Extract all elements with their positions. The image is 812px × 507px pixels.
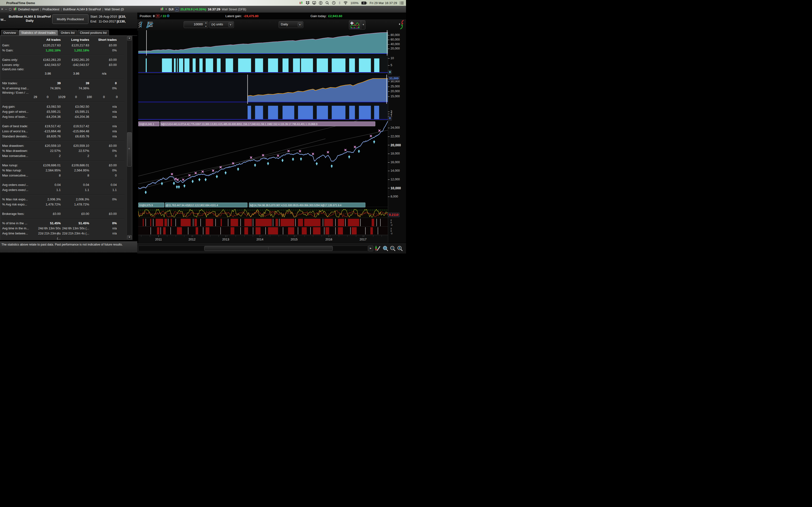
cell-value: 22.57%: [34, 148, 61, 153]
maximize-window-icon[interactable]: ▢: [9, 7, 12, 11]
time-machine-icon[interactable]: [332, 1, 336, 5]
chart-scrollbar-track[interactable]: ⋮: [138, 245, 368, 251]
candle-edit-icon[interactable]: [374, 245, 381, 252]
spotlight-icon[interactable]: [325, 1, 329, 5]
indicator-settings-icon[interactable]: [146, 21, 154, 29]
app-name[interactable]: ProRealTime Demo: [6, 1, 35, 5]
truncated-window-label: W...: [0, 18, 6, 21]
stats-scrollbar[interactable]: ▲ ▼: [126, 36, 132, 240]
quantity-value[interactable]: 10000: [194, 22, 203, 26]
table-row: Gain of best trade:£19,517.42£19,517.42n…: [0, 124, 127, 129]
row-label: Max drawdown:: [0, 143, 34, 148]
time-axis[interactable]: 2011201220132014201520162017: [138, 235, 388, 243]
minor-tick: [278, 235, 279, 237]
row-label: Nbr trades:: [0, 80, 34, 86]
close-window-icon[interactable]: ✕: [1, 7, 3, 11]
position-size-panel[interactable]: [138, 56, 388, 74]
row-label: Max consecutive...: [0, 153, 34, 158]
cell-value: £6,635.76: [61, 134, 89, 139]
display-sync-icon[interactable]: [312, 1, 316, 5]
stepper-up-icon[interactable]: ▲: [205, 22, 207, 24]
tab-orders-list[interactable]: Orders list: [58, 30, 77, 36]
info-icon[interactable]: i: [175, 7, 179, 11]
zoom-in-icon[interactable]: [397, 245, 403, 252]
scrollbar-thumb[interactable]: [127, 132, 132, 167]
tab-overview[interactable]: Overview: [1, 30, 18, 36]
minimize-window-icon[interactable]: ─: [5, 7, 7, 11]
position-bar: Position: 0 ✕ / 33 ⚙ Latent gain: -£9,47…: [137, 12, 406, 19]
table-row: Avg gain of winni...£5,595.21£5,595.21n/…: [0, 109, 127, 114]
drawing-tools-icon[interactable]: [138, 21, 145, 29]
equity-curve-panel[interactable]: [138, 30, 388, 56]
order-arrows-icon[interactable]: [398, 20, 405, 30]
long-short-strip-a[interactable]: [138, 219, 388, 227]
oscillator-panel[interactable]: [138, 209, 388, 218]
wifi-icon[interactable]: [343, 1, 348, 5]
year-label: 2017: [360, 237, 367, 241]
position-size-panel-2[interactable]: [138, 104, 388, 121]
strip-tick-label: -2: [391, 232, 393, 235]
candlestick-icon[interactable]: [299, 1, 303, 5]
trade-label-box[interactable]: 10@10,341.1: [138, 121, 159, 126]
count-value: 10: [87, 95, 90, 100]
menu-clock[interactable]: Fri 29 Mar 16:37:29: [370, 1, 397, 5]
counts-group: 29010: [62, 95, 90, 100]
tab-statistics-closed-trades[interactable]: Statistics of closed trades: [19, 30, 58, 36]
cell-value: n/a: [89, 109, 117, 114]
capital-value-highlight: 33,000: [388, 76, 400, 80]
table-row: Avg orders exec/...1.11.11.1: [0, 187, 127, 192]
window-tab-probacktest[interactable]: ProBacktest: [43, 7, 59, 11]
close-position-icon[interactable]: ✕: [156, 14, 160, 18]
cell-value: 2,564.95%: [34, 168, 61, 173]
count-value: 29: [34, 95, 37, 100]
trade-label-box[interactable]: 9@14,764.98.38.5,870.907.4,511.930.9515.…: [249, 203, 365, 207]
cell-value: £109,686.01: [34, 163, 61, 168]
bluetooth-icon[interactable]: [338, 1, 341, 5]
window-tab-detailed-report[interactable]: Detailed report: [18, 7, 39, 11]
units-dropdown[interactable]: (x) units ▼: [209, 21, 234, 28]
year-label: 2011: [155, 237, 162, 241]
symbol-label[interactable]: DJI: [169, 7, 173, 11]
long-short-strip-b[interactable]: [138, 227, 388, 235]
capital-curve-panel[interactable]: [138, 74, 388, 104]
timeframe-dropdown[interactable]: Daily ▼: [278, 21, 303, 28]
tab-closed-positions-list[interactable]: Closed positions list: [78, 30, 109, 36]
scroll-up-icon[interactable]: ▲: [127, 36, 132, 41]
accessibility-icon[interactable]: [319, 1, 323, 5]
scroll-down-icon[interactable]: ▼: [127, 235, 132, 240]
axis-tick-label: 10,000: [391, 186, 401, 190]
axis-tick-label: 40,000: [391, 43, 400, 46]
stepper-down-icon[interactable]: ▼: [205, 25, 207, 27]
trade-label-box[interactable]: 9@12,614.441.6.0714.42,775.0397.13,300.1…: [160, 121, 375, 126]
dropbox-icon[interactable]: [306, 1, 310, 5]
table-row: % Max risk expo...2,006.3%2,006.3%0%: [0, 197, 127, 202]
window-tab-strategy[interactable]: Bull/Bear ALMA $ StratProf: [63, 7, 101, 11]
minor-tick: [210, 235, 210, 237]
chevron-down-icon[interactable]: ▼: [165, 8, 167, 10]
axis-tick-mark: [388, 58, 390, 59]
gear-icon[interactable]: ⚙: [166, 14, 170, 18]
trade-label-box[interactable]: 10@9,975.9: [138, 203, 164, 207]
cell-value: 0: [89, 153, 117, 158]
quantity-stepper[interactable]: 10000 ▲ ▼: [184, 21, 208, 28]
zoom-fit-icon[interactable]: [382, 245, 389, 252]
strip-tick-label: 2: [391, 227, 392, 230]
row-label: % Max risk expo...: [0, 197, 34, 202]
year-label: 2012: [189, 237, 196, 241]
year-label: 2014: [256, 237, 263, 241]
chart-scrollbar-thumb[interactable]: ⋮: [204, 246, 333, 251]
trade-label-box[interactable]: @11,763.447.94.43)8)12.1(12,802.694.4101…: [165, 203, 248, 207]
chevron-down-icon: ▼: [298, 22, 302, 27]
menu-list-icon[interactable]: [400, 1, 404, 5]
window-tab-wallstreet[interactable]: Wall Street (D: [105, 7, 124, 11]
minor-tick: [330, 235, 331, 237]
add-indicator-button[interactable]: ▼: [349, 20, 365, 30]
price-chart-panel[interactable]: [138, 121, 388, 207]
axis-tick-label: 60,000: [391, 38, 400, 41]
zoom-out-icon[interactable]: [390, 245, 396, 252]
latent-gain-label: Latent gain:: [225, 14, 242, 18]
scroll-right-icon[interactable]: ▶: [368, 245, 373, 251]
chart-bottom-bar: ⋮ ▶: [137, 243, 406, 253]
header-spacer: [0, 37, 34, 43]
modify-probacktest-button[interactable]: Modify ProBacktest: [52, 14, 89, 24]
